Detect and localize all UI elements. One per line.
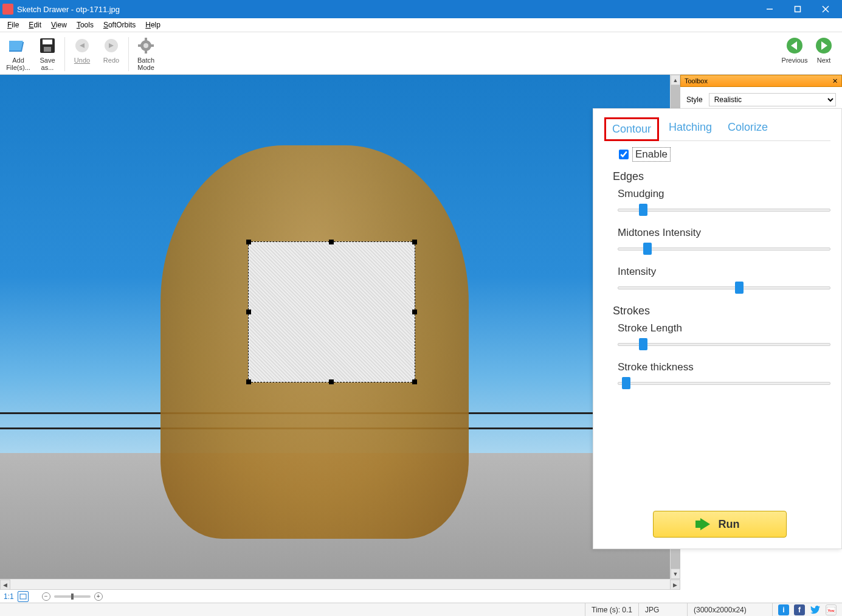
svg-text:You: You: [828, 609, 835, 612]
strokes-slider[interactable]: [618, 338, 830, 350]
undo-label: Undo: [74, 57, 90, 64]
toolbar-separator: [64, 37, 65, 71]
undo-icon: [72, 36, 92, 55]
scroll-left-button[interactable]: ◀: [0, 580, 10, 590]
batch-mode-label: Batch Mode: [131, 57, 160, 71]
next-icon: [814, 36, 833, 55]
canvas[interactable]: [0, 75, 670, 579]
batch-mode-button[interactable]: Batch Mode: [131, 35, 160, 71]
close-button[interactable]: [812, 0, 840, 18]
strokes-field-0: Stroke Length: [618, 322, 830, 350]
scroll-right-button[interactable]: ▶: [670, 580, 680, 590]
add-files-icon: [9, 36, 28, 55]
zoom-slider[interactable]: [54, 595, 91, 598]
zoom-ratio[interactable]: 1:1: [4, 592, 14, 601]
minimize-button[interactable]: [756, 0, 784, 18]
zoom-bar: 1:1 − +: [0, 589, 680, 603]
resize-handle[interactable]: [246, 379, 251, 384]
svg-rect-1: [795, 7, 801, 12]
run-button[interactable]: Run: [653, 511, 787, 538]
toolbox-close-icon[interactable]: ✕: [832, 77, 838, 85]
strokes-label: Stroke Length: [618, 322, 830, 334]
menu-softorbits[interactable]: SoftOrbits: [98, 19, 140, 30]
svg-rect-19: [20, 594, 26, 599]
add-files-label: Add File(s)...: [4, 57, 33, 71]
settings-tabs: Contour Hatching Colorize: [604, 117, 830, 141]
slider-thumb[interactable]: [622, 377, 630, 389]
resize-handle[interactable]: [412, 310, 417, 314]
menu-bar: File Edit View Tools SoftOrbits Help: [0, 18, 842, 32]
toolbox-header: Toolbox ✕: [680, 75, 842, 87]
zoom-in-button[interactable]: +: [94, 592, 103, 601]
zoom-thumb[interactable]: [71, 594, 74, 600]
youtube-icon[interactable]: You: [826, 604, 837, 615]
menu-edit[interactable]: Edit: [24, 19, 46, 30]
facebook-icon[interactable]: f: [794, 604, 805, 615]
fit-screen-icon[interactable]: [18, 591, 29, 602]
style-select[interactable]: Realistic: [709, 93, 836, 106]
edges-slider[interactable]: [618, 282, 830, 294]
strokes-label: Stroke thickness: [618, 361, 830, 373]
slider-thumb[interactable]: [735, 282, 744, 294]
settings-panel: Contour Hatching Colorize Enable Edges S…: [593, 108, 842, 549]
status-time: Time (s): 0.1: [585, 603, 639, 616]
strokes-slider[interactable]: [618, 377, 830, 389]
tab-contour[interactable]: Contour: [604, 117, 659, 141]
menu-help[interactable]: Help: [140, 19, 165, 30]
canvas-wrap: ▲ ▼ ◀ ▶ 1:1 − +: [0, 75, 680, 603]
group-edges-label: Edges: [613, 170, 830, 183]
info-icon[interactable]: i: [778, 604, 789, 615]
slider-thumb[interactable]: [643, 243, 652, 255]
title-bar: Sketch Drawer - otp-1711.jpg: [0, 0, 842, 18]
resize-handle[interactable]: [412, 240, 417, 244]
run-arrow-icon: [700, 518, 710, 530]
resize-handle[interactable]: [412, 379, 417, 384]
maximize-button[interactable]: [784, 0, 812, 18]
redo-icon: [102, 36, 121, 55]
twitter-icon[interactable]: [810, 604, 821, 615]
resize-handle[interactable]: [329, 379, 334, 384]
group-strokes-label: Strokes: [613, 305, 830, 317]
redo-button[interactable]: Redo: [97, 35, 126, 64]
app-icon: [2, 4, 13, 15]
undo-button[interactable]: Undo: [67, 35, 97, 64]
edges-field-2: Intensity: [618, 266, 830, 294]
horizontal-scrollbar[interactable]: ◀ ▶: [0, 579, 680, 589]
slider-thumb[interactable]: [639, 204, 647, 216]
svg-rect-5: [9, 41, 23, 50]
enable-label[interactable]: Enable: [632, 147, 671, 162]
resize-handle[interactable]: [246, 240, 251, 244]
svg-rect-13: [145, 38, 147, 41]
add-files-button[interactable]: Add File(s)...: [4, 35, 33, 71]
group-strokes: Strokes Stroke LengthStroke thickness: [613, 305, 830, 389]
edges-field-1: Midtones Intensity: [618, 227, 830, 255]
toolbar-separator: [128, 37, 129, 71]
scroll-up-button[interactable]: ▲: [671, 75, 680, 85]
menu-file[interactable]: File: [2, 19, 24, 30]
gear-icon: [136, 36, 156, 55]
scroll-track[interactable]: [10, 580, 670, 589]
tab-colorize[interactable]: Colorize: [722, 117, 774, 140]
save-as-label: Save as...: [33, 57, 62, 71]
run-label: Run: [719, 518, 740, 531]
menu-view[interactable]: View: [46, 19, 72, 30]
resize-handle[interactable]: [246, 310, 251, 314]
menu-tools[interactable]: Tools: [72, 19, 98, 30]
status-empty: [0, 603, 585, 616]
redo-label: Redo: [103, 57, 119, 64]
previous-button[interactable]: Previous: [780, 35, 809, 64]
status-dimensions: (3000x2000x24): [688, 603, 773, 616]
zoom-out-button[interactable]: −: [42, 592, 50, 601]
edges-slider[interactable]: [618, 204, 830, 216]
enable-checkbox[interactable]: [619, 150, 629, 159]
selection-rect[interactable]: [248, 241, 416, 382]
save-as-button[interactable]: Save as...: [33, 35, 62, 71]
resize-handle[interactable]: [329, 240, 334, 244]
scroll-down-button[interactable]: ▼: [671, 569, 680, 579]
edges-label: Smudging: [618, 188, 830, 200]
style-label: Style: [686, 95, 703, 104]
tab-hatching[interactable]: Hatching: [663, 117, 718, 140]
edges-slider[interactable]: [618, 243, 830, 255]
slider-thumb[interactable]: [639, 338, 647, 350]
next-button[interactable]: Next: [809, 35, 838, 64]
